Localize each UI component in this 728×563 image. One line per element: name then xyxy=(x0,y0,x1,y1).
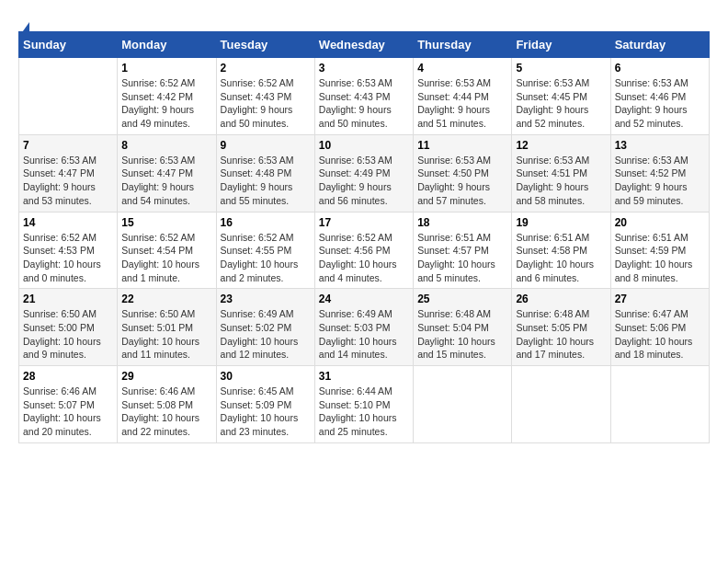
calendar-cell: 10Sunrise: 6:53 AM Sunset: 4:49 PM Dayli… xyxy=(314,134,413,212)
calendar-cell: 13Sunrise: 6:53 AM Sunset: 4:52 PM Dayli… xyxy=(610,134,709,212)
calendar-cell: 30Sunrise: 6:45 AM Sunset: 5:09 PM Dayli… xyxy=(216,366,314,443)
day-info: Sunrise: 6:51 AM Sunset: 4:57 PM Dayligh… xyxy=(417,231,507,285)
day-number: 22 xyxy=(121,293,211,305)
calendar-cell: 8Sunrise: 6:53 AM Sunset: 4:47 PM Daylig… xyxy=(118,134,216,212)
day-number: 27 xyxy=(615,293,705,305)
calendar-cell: 5Sunrise: 6:53 AM Sunset: 4:45 PM Daylig… xyxy=(512,58,610,135)
calendar-table: SundayMondayTuesdayWednesdayThursdayFrid… xyxy=(18,31,710,443)
logo xyxy=(18,22,29,31)
day-info: Sunrise: 6:53 AM Sunset: 4:51 PM Dayligh… xyxy=(516,154,606,208)
calendar-cell: 1Sunrise: 6:52 AM Sunset: 4:42 PM Daylig… xyxy=(118,58,216,135)
calendar-cell: 4Sunrise: 6:53 AM Sunset: 4:44 PM Daylig… xyxy=(414,58,512,135)
day-info: Sunrise: 6:49 AM Sunset: 5:03 PM Dayligh… xyxy=(319,307,409,362)
day-number: 29 xyxy=(121,370,211,383)
day-info: Sunrise: 6:53 AM Sunset: 4:46 PM Dayligh… xyxy=(615,76,705,131)
day-number: 2 xyxy=(221,62,311,75)
calendar-cell: 20Sunrise: 6:51 AM Sunset: 4:59 PM Dayli… xyxy=(610,212,709,289)
calendar-cell: 26Sunrise: 6:48 AM Sunset: 5:05 PM Dayli… xyxy=(512,289,610,366)
day-info: Sunrise: 6:50 AM Sunset: 5:00 PM Dayligh… xyxy=(23,307,113,362)
day-number: 30 xyxy=(221,370,311,383)
calendar-week-row: 1Sunrise: 6:52 AM Sunset: 4:42 PM Daylig… xyxy=(19,58,710,135)
day-info: Sunrise: 6:52 AM Sunset: 4:42 PM Dayligh… xyxy=(121,76,211,131)
calendar-cell: 12Sunrise: 6:53 AM Sunset: 4:51 PM Dayli… xyxy=(512,134,610,212)
day-info: Sunrise: 6:53 AM Sunset: 4:44 PM Dayligh… xyxy=(417,76,507,131)
day-number: 7 xyxy=(23,139,113,152)
day-info: Sunrise: 6:47 AM Sunset: 5:06 PM Dayligh… xyxy=(615,307,705,362)
day-info: Sunrise: 6:53 AM Sunset: 4:49 PM Dayligh… xyxy=(319,154,409,208)
day-info: Sunrise: 6:52 AM Sunset: 4:54 PM Dayligh… xyxy=(121,231,211,285)
day-number: 24 xyxy=(319,293,409,305)
calendar-week-row: 21Sunrise: 6:50 AM Sunset: 5:00 PM Dayli… xyxy=(19,289,710,366)
logo-triangle-icon xyxy=(20,22,29,35)
day-number: 12 xyxy=(516,139,606,152)
calendar-cell: 29Sunrise: 6:46 AM Sunset: 5:08 PM Dayli… xyxy=(118,366,216,443)
calendar-cell: 14Sunrise: 6:52 AM Sunset: 4:53 PM Dayli… xyxy=(19,212,118,289)
day-of-week-header: Monday xyxy=(118,32,216,58)
day-info: Sunrise: 6:44 AM Sunset: 5:10 PM Dayligh… xyxy=(319,385,409,439)
day-info: Sunrise: 6:46 AM Sunset: 5:08 PM Dayligh… xyxy=(121,385,211,439)
day-info: Sunrise: 6:46 AM Sunset: 5:07 PM Dayligh… xyxy=(23,385,113,439)
day-info: Sunrise: 6:48 AM Sunset: 5:04 PM Dayligh… xyxy=(417,307,507,362)
day-info: Sunrise: 6:53 AM Sunset: 4:47 PM Dayligh… xyxy=(23,154,113,208)
calendar-cell xyxy=(19,58,118,135)
day-info: Sunrise: 6:53 AM Sunset: 4:48 PM Dayligh… xyxy=(221,154,311,208)
day-info: Sunrise: 6:51 AM Sunset: 4:58 PM Dayligh… xyxy=(516,231,606,285)
day-number: 16 xyxy=(221,216,311,229)
day-number: 6 xyxy=(615,62,705,75)
day-of-week-header: Sunday xyxy=(19,32,118,58)
day-info: Sunrise: 6:45 AM Sunset: 5:09 PM Dayligh… xyxy=(221,385,311,439)
calendar-cell: 6Sunrise: 6:53 AM Sunset: 4:46 PM Daylig… xyxy=(610,58,709,135)
day-number: 18 xyxy=(417,216,507,229)
day-number: 26 xyxy=(516,293,606,305)
day-of-week-header: Friday xyxy=(512,32,610,58)
day-info: Sunrise: 6:50 AM Sunset: 5:01 PM Dayligh… xyxy=(121,307,211,362)
day-number: 15 xyxy=(121,216,211,229)
calendar-cell: 7Sunrise: 6:53 AM Sunset: 4:47 PM Daylig… xyxy=(19,134,118,212)
day-number: 11 xyxy=(417,139,507,152)
calendar-cell: 27Sunrise: 6:47 AM Sunset: 5:06 PM Dayli… xyxy=(610,289,709,366)
day-of-week-header: Tuesday xyxy=(216,32,314,58)
calendar-cell: 19Sunrise: 6:51 AM Sunset: 4:58 PM Dayli… xyxy=(512,212,610,289)
calendar-cell: 16Sunrise: 6:52 AM Sunset: 4:55 PM Dayli… xyxy=(216,212,314,289)
calendar-cell: 23Sunrise: 6:49 AM Sunset: 5:02 PM Dayli… xyxy=(216,289,314,366)
calendar-week-row: 14Sunrise: 6:52 AM Sunset: 4:53 PM Dayli… xyxy=(19,212,710,289)
calendar-week-row: 28Sunrise: 6:46 AM Sunset: 5:07 PM Dayli… xyxy=(19,366,710,443)
day-info: Sunrise: 6:52 AM Sunset: 4:55 PM Dayligh… xyxy=(221,231,311,285)
day-info: Sunrise: 6:53 AM Sunset: 4:50 PM Dayligh… xyxy=(417,154,507,208)
day-number: 17 xyxy=(319,216,409,229)
calendar-cell: 24Sunrise: 6:49 AM Sunset: 5:03 PM Dayli… xyxy=(314,289,413,366)
calendar-cell: 11Sunrise: 6:53 AM Sunset: 4:50 PM Dayli… xyxy=(414,134,512,212)
day-info: Sunrise: 6:52 AM Sunset: 4:56 PM Dayligh… xyxy=(319,231,409,285)
calendar-cell: 28Sunrise: 6:46 AM Sunset: 5:07 PM Dayli… xyxy=(19,366,118,443)
day-number: 21 xyxy=(23,293,113,305)
day-number: 28 xyxy=(23,370,113,383)
calendar-cell: 31Sunrise: 6:44 AM Sunset: 5:10 PM Dayli… xyxy=(314,366,413,443)
day-of-week-header: Wednesday xyxy=(314,32,413,58)
calendar-cell xyxy=(512,366,610,443)
day-number: 8 xyxy=(121,139,211,152)
day-of-week-header: Thursday xyxy=(414,32,512,58)
day-number: 31 xyxy=(319,370,409,383)
calendar-week-row: 7Sunrise: 6:53 AM Sunset: 4:47 PM Daylig… xyxy=(19,134,710,212)
calendar-cell: 3Sunrise: 6:53 AM Sunset: 4:43 PM Daylig… xyxy=(314,58,413,135)
day-number: 13 xyxy=(615,139,705,152)
day-number: 19 xyxy=(516,216,606,229)
day-number: 5 xyxy=(516,62,606,75)
day-of-week-header: Saturday xyxy=(610,32,709,58)
calendar-cell: 2Sunrise: 6:52 AM Sunset: 4:43 PM Daylig… xyxy=(216,58,314,135)
calendar-cell xyxy=(610,366,709,443)
day-info: Sunrise: 6:51 AM Sunset: 4:59 PM Dayligh… xyxy=(615,231,705,285)
day-info: Sunrise: 6:49 AM Sunset: 5:02 PM Dayligh… xyxy=(221,307,311,362)
day-number: 25 xyxy=(417,293,507,305)
day-number: 1 xyxy=(121,62,211,75)
calendar-cell: 17Sunrise: 6:52 AM Sunset: 4:56 PM Dayli… xyxy=(314,212,413,289)
calendar-cell: 21Sunrise: 6:50 AM Sunset: 5:00 PM Dayli… xyxy=(19,289,118,366)
day-number: 3 xyxy=(319,62,409,75)
day-number: 20 xyxy=(615,216,705,229)
day-info: Sunrise: 6:52 AM Sunset: 4:53 PM Dayligh… xyxy=(23,231,113,285)
calendar-cell: 18Sunrise: 6:51 AM Sunset: 4:57 PM Dayli… xyxy=(414,212,512,289)
day-number: 14 xyxy=(23,216,113,229)
day-number: 10 xyxy=(319,139,409,152)
day-info: Sunrise: 6:48 AM Sunset: 5:05 PM Dayligh… xyxy=(516,307,606,362)
day-info: Sunrise: 6:53 AM Sunset: 4:52 PM Dayligh… xyxy=(615,154,705,208)
